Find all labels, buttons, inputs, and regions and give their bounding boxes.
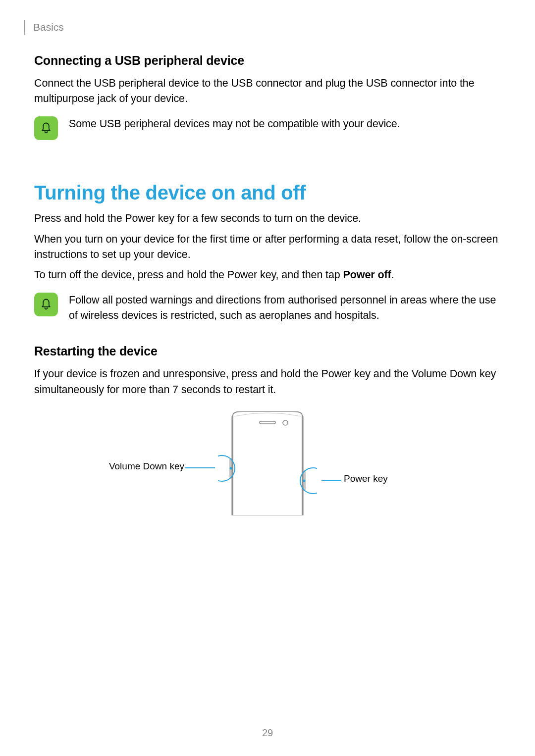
turning-p3-bold: Power off [343, 269, 391, 281]
svg-point-5 [230, 467, 232, 469]
header-tick [24, 20, 25, 35]
page-content: Connecting a USB peripheral device Conne… [34, 53, 501, 520]
note-bell-icon [34, 116, 58, 140]
turning-heading: Turning the device on and off [34, 182, 501, 204]
power-key-label: Power key [344, 473, 388, 484]
restarting-heading: Restarting the device [34, 344, 501, 358]
left-callout-line [185, 465, 215, 471]
turning-p1: Press and hold the Power key for a few s… [34, 211, 501, 226]
restarting-body: If your device is frozen and unresponsiv… [34, 366, 501, 397]
usb-note-text: Some USB peripheral devices may not be c… [69, 116, 400, 132]
turning-p2: When you turn on your device for the fir… [34, 232, 501, 262]
note-bell-icon [34, 293, 58, 316]
page-number: 29 [0, 727, 535, 739]
restart-diagram: Volume Down key Power key [34, 411, 501, 520]
usb-body: Connect the USB peripheral device to the… [34, 76, 501, 106]
page-header: Basics [24, 20, 64, 35]
turning-note-text: Follow all posted warnings and direction… [69, 293, 501, 323]
usb-heading: Connecting a USB peripheral device [34, 53, 501, 68]
turning-p3: To turn off the device, press and hold t… [34, 267, 501, 283]
usb-note: Some USB peripheral devices may not be c… [34, 116, 501, 140]
turning-p3-pre: To turn off the device, press and hold t… [34, 269, 343, 281]
section-label: Basics [33, 21, 64, 33]
volume-down-label: Volume Down key [107, 461, 184, 472]
phone-illustration [218, 411, 317, 515]
right-callout-line [321, 477, 341, 483]
turning-note: Follow all posted warnings and direction… [34, 293, 501, 323]
turning-p3-post: . [391, 269, 394, 281]
svg-point-7 [303, 479, 306, 482]
